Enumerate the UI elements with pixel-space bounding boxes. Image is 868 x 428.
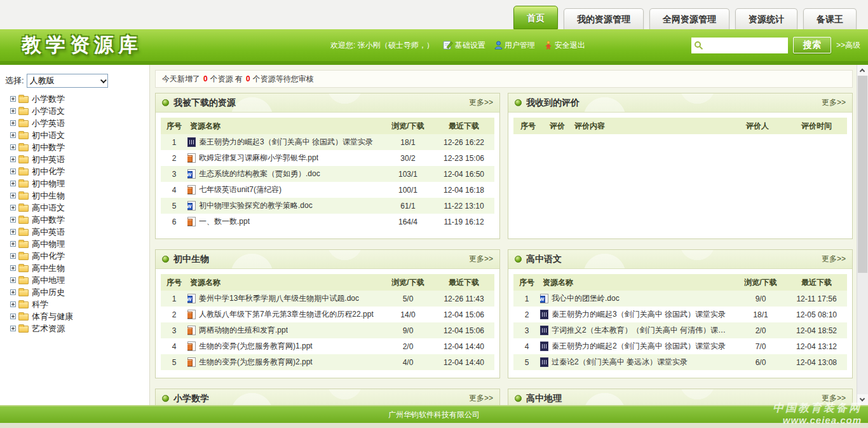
- resource-link[interactable]: 生态系统的结构教案（贾如勇）.doc: [199, 169, 320, 179]
- expand-icon[interactable]: [10, 289, 16, 295]
- bullet-orb-icon: [162, 395, 169, 402]
- resource-link[interactable]: 两栖动物的生殖和发育.ppt: [199, 325, 288, 336]
- search-input[interactable]: [691, 38, 788, 53]
- sidebar-tree-item[interactable]: 科学: [5, 298, 146, 310]
- version-select[interactable]: 人教版: [27, 74, 108, 88]
- sidebar-tree-item[interactable]: 高中语文: [5, 202, 146, 214]
- sidebar-tree-item[interactable]: 小学英语: [5, 117, 146, 129]
- tab-all-resources[interactable]: 全网资源管理: [649, 8, 729, 29]
- logout-link[interactable]: 安全退出: [544, 40, 585, 51]
- resource-link[interactable]: 生物的变异(为您服务教育网)1.ppt: [199, 341, 313, 352]
- expand-icon[interactable]: [10, 108, 16, 114]
- sidebar-tree-item[interactable]: 初中语文: [5, 129, 146, 141]
- more-link[interactable]: 更多>>: [822, 97, 846, 108]
- expand-icon[interactable]: [10, 181, 16, 186]
- resource-link[interactable]: 我心中的团堡岭.doc: [552, 293, 620, 304]
- expand-icon[interactable]: [10, 301, 16, 307]
- row-number: 1: [513, 294, 540, 303]
- sidebar-tree-item[interactable]: 小学语文: [5, 105, 146, 117]
- user-management-link[interactable]: 用户管理: [494, 40, 535, 51]
- advanced-search-link[interactable]: >>高级: [836, 40, 860, 51]
- resource-link[interactable]: 初中物理实验探究的教学策略.doc: [199, 200, 313, 211]
- scroll-up-button[interactable]: [857, 65, 868, 76]
- expand-icon[interactable]: [10, 253, 16, 259]
- tab-home[interactable]: 首页: [513, 6, 558, 29]
- expand-icon[interactable]: [10, 205, 16, 211]
- row-number: 2: [161, 154, 187, 163]
- sidebar-tree-item[interactable]: 初中英语: [5, 153, 146, 165]
- sidebar-tree-item[interactable]: 初中数学: [5, 141, 146, 153]
- table-row: 6 一、数一数.ppt 164/4 11-19 16:12: [161, 214, 494, 230]
- scroll-down-button[interactable]: [857, 394, 868, 405]
- expand-icon[interactable]: [10, 326, 16, 331]
- expand-icon[interactable]: [10, 314, 16, 319]
- tree-item-label: 小学语文: [32, 106, 65, 117]
- sidebar-tree-item[interactable]: 初中生物: [5, 190, 146, 202]
- bullet-orb-icon: [515, 256, 522, 263]
- sidebar-tree-item[interactable]: 初中物理: [5, 177, 146, 190]
- resource-link[interactable]: 秦王朝势力的崛起3（剑门关高中 徐国武）课堂实录: [552, 309, 726, 320]
- resource-link[interactable]: 秦王朝势力的崛起2（剑门关高中 徐国武）课堂实录: [552, 341, 726, 352]
- resource-link[interactable]: 过秦论2（剑门关高中 姜远冰）课堂实录: [552, 357, 688, 368]
- basic-settings-link[interactable]: 基础设置: [443, 40, 485, 51]
- more-link[interactable]: 更多>>: [469, 97, 493, 108]
- file-type-icon: [187, 357, 196, 367]
- chevron-down-icon: [100, 77, 107, 83]
- more-link[interactable]: 更多>>: [822, 393, 846, 404]
- panel-title: 高中地理: [526, 393, 562, 404]
- sidebar-tree-item[interactable]: 艺术资源: [5, 322, 146, 335]
- sidebar-tree-item[interactable]: 高中地理: [5, 274, 146, 286]
- expand-icon[interactable]: [10, 120, 16, 126]
- scrollbar-thumb[interactable]: [858, 76, 867, 273]
- expand-icon[interactable]: [10, 156, 16, 162]
- more-link[interactable]: 更多>>: [469, 254, 493, 265]
- file-type-icon: [187, 326, 196, 335]
- sidebar-tree-item[interactable]: 高中数学: [5, 214, 146, 226]
- resource-link[interactable]: 人教版八年级下第7单元第3章生物进化的历程22.ppt: [199, 309, 374, 320]
- sidebar-tree-item[interactable]: 高中生物: [5, 262, 146, 274]
- new-resource-count: 0: [203, 74, 208, 83]
- last-download-time: 12-04 16:50: [433, 170, 494, 179]
- resource-link[interactable]: 秦王朝势力的崛起3（剑门关高中 徐国武）课堂实录: [199, 137, 373, 148]
- tab-lesson-prep[interactable]: 备课王: [803, 8, 857, 29]
- sidebar-tree-item[interactable]: 体育与健康: [5, 310, 146, 322]
- sidebar-tree-item[interactable]: 高中英语: [5, 226, 146, 238]
- sidebar-tree-item[interactable]: 小学数学: [5, 93, 146, 105]
- folder-icon: [18, 277, 29, 284]
- resource-link[interactable]: 欧姆定律复习课麻柳小学郭银华.ppt: [199, 153, 318, 163]
- row-number: 4: [161, 186, 187, 195]
- resource-link[interactable]: 七年级英语unit7(蒲纪容): [199, 184, 281, 195]
- expand-icon[interactable]: [10, 277, 16, 283]
- expand-icon[interactable]: [10, 144, 16, 150]
- resource-link[interactable]: 字词推义2（生本教育）（剑门关高中 何清伟）课堂实录: [552, 325, 731, 336]
- expand-icon[interactable]: [10, 132, 16, 138]
- more-link[interactable]: 更多>>: [469, 393, 493, 404]
- resource-link[interactable]: 一、数一数.ppt: [199, 216, 250, 227]
- vertical-scrollbar[interactable]: [857, 65, 868, 405]
- folder-icon: [18, 326, 29, 333]
- expand-icon[interactable]: [10, 217, 16, 223]
- resource-link[interactable]: 生物的变异(为您服务教育网)2.ppt: [199, 357, 313, 368]
- expand-icon[interactable]: [10, 229, 16, 235]
- sidebar-tree-item[interactable]: 高中历史: [5, 286, 146, 298]
- folder-icon: [18, 205, 29, 212]
- panel-my-downloaded: 我被下载的资源 更多>> 序号 资源名称 浏览/下载 最近下载 1: [155, 93, 500, 239]
- expand-icon[interactable]: [10, 265, 16, 271]
- last-download-time: 12-04 13:08: [786, 358, 847, 367]
- tab-my-resources[interactable]: 我的资源管理: [564, 8, 644, 29]
- resource-link[interactable]: 姜州中学13年秋季学期八年级生物期中试题.doc: [199, 293, 359, 304]
- search-button[interactable]: 搜索: [793, 37, 831, 53]
- sidebar-tree-item[interactable]: 高中物理: [5, 238, 146, 250]
- table-row: 1 姜州中学13年秋季学期八年级生物期中试题.doc 5/0 12-26 11:…: [161, 291, 494, 307]
- sidebar-tree-item[interactable]: 高中化学: [5, 250, 146, 262]
- more-link[interactable]: 更多>>: [822, 254, 846, 265]
- views-downloads: 164/4: [383, 217, 433, 226]
- expand-icon[interactable]: [10, 193, 16, 198]
- table-row: 4 生物的变异(为您服务教育网)1.ppt 2/0 12-04 14:40: [161, 338, 494, 354]
- expand-icon[interactable]: [10, 241, 16, 247]
- tab-resource-stats[interactable]: 资源统计: [735, 8, 797, 29]
- expand-icon[interactable]: [10, 96, 16, 102]
- sidebar-tree-item[interactable]: 初中化学: [5, 165, 146, 177]
- expand-icon[interactable]: [10, 169, 16, 174]
- tree-item-label: 高中化学: [32, 251, 65, 262]
